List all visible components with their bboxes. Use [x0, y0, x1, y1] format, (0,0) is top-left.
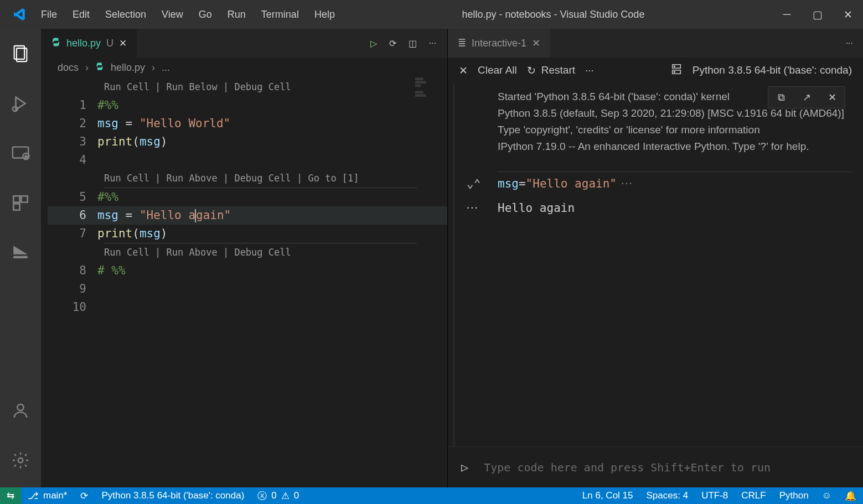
- interactive-input-row: ▷ Type code here and press Shift+Enter t…: [448, 446, 863, 487]
- editor-group-left: hello.py U ✕ ▷ ⟳ ◫ ··· docs ›: [41, 29, 448, 487]
- sync-icon[interactable]: ⟳: [389, 38, 396, 49]
- status-cursor[interactable]: Ln 6, Col 15: [576, 490, 640, 501]
- output-text: Hello again: [498, 200, 575, 216]
- status-interpreter[interactable]: Python 3.8.5 64-bit ('base': conda): [95, 490, 251, 501]
- split-editor-icon[interactable]: ◫: [409, 38, 417, 49]
- title-bar: File Edit Selection View Go Run Terminal…: [0, 0, 863, 29]
- branch-name: main*: [43, 490, 67, 501]
- extensions-icon[interactable]: [11, 194, 30, 215]
- svg-point-12: [18, 458, 23, 463]
- code-text: msg: [97, 209, 118, 222]
- explorer-icon[interactable]: [11, 44, 30, 65]
- git-branch-icon: ⎇: [28, 490, 39, 502]
- collapse-icon[interactable]: ⌄⌃: [467, 175, 480, 192]
- interpreter-label[interactable]: Python 3.8.5 64-bit ('base': conda): [693, 64, 852, 76]
- chevron-right-icon: ›: [152, 62, 155, 74]
- status-feedback[interactable]: ☺: [815, 490, 838, 501]
- python-file-icon: [95, 62, 104, 74]
- interactive-tab[interactable]: ≣ Interactive-1 ✕: [448, 29, 551, 58]
- run-file-icon[interactable]: ▷: [370, 38, 377, 49]
- delete-icon[interactable]: ✕: [819, 87, 845, 108]
- tab-close-icon[interactable]: ✕: [532, 37, 540, 49]
- more-actions-icon[interactable]: ···: [429, 38, 436, 48]
- line-number: 7: [48, 225, 97, 243]
- code-text: (: [132, 135, 139, 148]
- breadcrumb-folder[interactable]: docs: [58, 62, 79, 74]
- interactive-output[interactable]: ⧉ ↗ ✕ Started 'Python 3.8.5 64-bit ('bas…: [453, 83, 863, 446]
- menu-file[interactable]: File: [41, 9, 57, 20]
- window-maximize-icon[interactable]: ▢: [802, 0, 833, 29]
- code-text: (: [132, 227, 139, 240]
- tab-close-icon[interactable]: ✕: [119, 38, 127, 49]
- clear-all-button[interactable]: Clear All: [478, 64, 517, 76]
- tab-modified-badge: U: [106, 38, 113, 49]
- menu-terminal[interactable]: Terminal: [261, 9, 299, 20]
- editor-tabs: hello.py U ✕ ▷ ⟳ ◫ ···: [41, 29, 447, 58]
- menu-selection[interactable]: Selection: [105, 9, 146, 20]
- status-problems[interactable]: ⓧ0 ⚠0: [251, 490, 306, 502]
- line-number: 3: [48, 133, 97, 151]
- svg-point-16: [674, 71, 675, 72]
- status-sync[interactable]: ⟳: [74, 490, 95, 502]
- svg-point-15: [674, 66, 675, 67]
- cell-toolbar: ⧉ ↗ ✕: [768, 86, 845, 108]
- close-icon[interactable]: ✕: [459, 64, 468, 77]
- code-text: [97, 280, 447, 298]
- execute-icon[interactable]: ▷: [461, 460, 468, 474]
- codelens-cell-2[interactable]: Run Cell | Run Above | Debug Cell | Go t…: [48, 169, 447, 188]
- executed-cell[interactable]: ⌄⌃ msg = "Hello again" ···: [498, 172, 852, 195]
- account-icon[interactable]: [11, 401, 30, 422]
- editor-tab-hello[interactable]: hello.py U ✕: [41, 29, 137, 58]
- status-bell[interactable]: 🔔: [838, 490, 863, 502]
- line-number: 10: [48, 298, 97, 316]
- code-text: [97, 298, 447, 316]
- breadcrumb-more[interactable]: ...: [162, 62, 170, 74]
- breadcrumb-file[interactable]: hello.py: [111, 62, 145, 74]
- settings-gear-icon[interactable]: [11, 451, 30, 472]
- line-number: 6: [48, 206, 97, 225]
- menu-help[interactable]: Help: [314, 9, 335, 20]
- codelens-cell-3[interactable]: Run Cell | Run Above | Debug Cell: [48, 243, 447, 262]
- status-eol[interactable]: CRLF: [735, 490, 772, 501]
- restart-icon[interactable]: ↻: [527, 64, 536, 77]
- menu-go[interactable]: Go: [199, 9, 212, 20]
- warning-count: 0: [294, 490, 299, 501]
- code-text: ): [161, 135, 168, 148]
- jupyter-icon[interactable]: [11, 243, 30, 264]
- menu-view[interactable]: View: [162, 9, 183, 20]
- code-text: "Hello a: [139, 209, 195, 222]
- remote-indicator[interactable]: ⇆: [0, 487, 21, 504]
- copy-icon[interactable]: ⧉: [768, 87, 794, 108]
- line-number: 1: [48, 96, 97, 115]
- run-debug-icon[interactable]: [11, 94, 30, 115]
- svg-rect-8: [21, 196, 27, 202]
- menu-run[interactable]: Run: [228, 9, 246, 20]
- code-text: gain": [196, 209, 231, 222]
- code-text: =: [118, 209, 139, 222]
- remote-explorer-icon[interactable]: [11, 144, 30, 165]
- code-text: #%%: [97, 98, 118, 112]
- status-spaces[interactable]: Spaces: 4: [640, 490, 695, 501]
- window-minimize-icon[interactable]: ─: [772, 0, 802, 29]
- status-language[interactable]: Python: [773, 490, 815, 501]
- goto-icon[interactable]: ↗: [794, 87, 819, 108]
- svg-rect-7: [13, 196, 19, 202]
- status-branch[interactable]: ⎇ main*: [21, 490, 74, 502]
- code-editor[interactable]: ▀▀▀▀▀▀▀▀▀▀▀▀▀▀▀▀ Run Cell | Run Below | …: [41, 78, 447, 316]
- interactive-panel: ≣ Interactive-1 ✕ ··· ✕ Clear All ↻ Rest…: [448, 29, 863, 487]
- svg-rect-10: [13, 256, 28, 258]
- sync-icon: ⟳: [80, 490, 88, 502]
- restart-button[interactable]: Restart: [541, 64, 575, 76]
- feedback-icon: ☺: [822, 490, 831, 501]
- window-close-icon[interactable]: ✕: [833, 0, 863, 29]
- more-actions-icon[interactable]: ···: [846, 38, 853, 48]
- breadcrumb[interactable]: docs › hello.py › ...: [41, 58, 447, 78]
- status-encoding[interactable]: UTF-8: [695, 490, 735, 501]
- codelens-cell-1[interactable]: Run Cell | Run Below | Debug Cell: [48, 78, 447, 96]
- tab-filename: hello.py: [66, 38, 101, 49]
- interactive-input[interactable]: Type code here and press Shift+Enter to …: [484, 461, 771, 474]
- svg-point-11: [17, 404, 23, 411]
- code-text: [97, 151, 447, 169]
- more-actions-icon[interactable]: ···: [585, 64, 594, 76]
- menu-edit[interactable]: Edit: [73, 9, 90, 20]
